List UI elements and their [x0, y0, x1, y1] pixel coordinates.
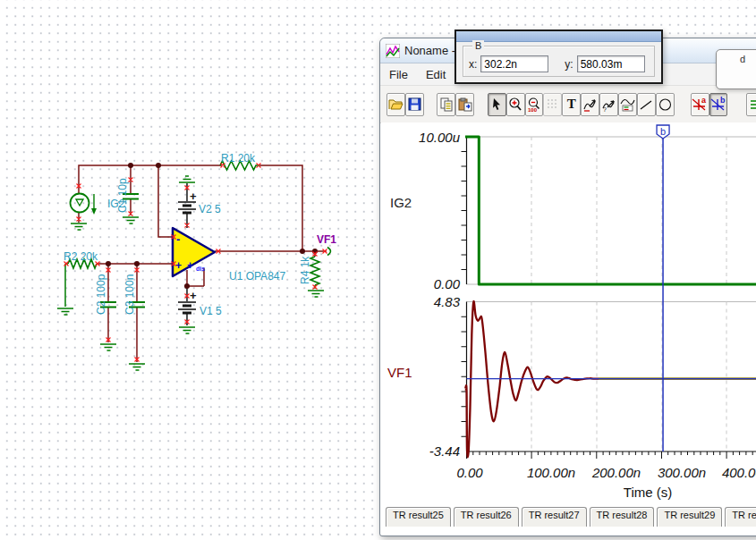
zoom-in-icon — [508, 97, 522, 112]
label-c2: C2 100p — [95, 274, 107, 315]
cursor-x-input[interactable] — [480, 55, 548, 72]
label-r4: R4 1k — [299, 256, 311, 284]
current-source[interactable] — [71, 194, 98, 215]
waveform-plot: b 10.00u 0.00 4.83 -3.44 0.00 100.00n 20… — [381, 122, 756, 507]
label-c3: C3 100n — [123, 274, 136, 315]
grid-icon — [547, 98, 559, 111]
trace-cursor2-button[interactable]: ? — [599, 93, 618, 116]
fragment-text: d — [740, 54, 745, 64]
tina-diagram-window: Noname - T File Edit View — [379, 38, 756, 536]
zoom-100-button[interactable]: 100 — [525, 93, 544, 116]
opamp-dis-label: dis — [196, 266, 205, 272]
cursor-b-flag-label: b — [660, 126, 666, 137]
v2-plus-sign: + — [190, 190, 197, 203]
menu-edit[interactable]: Edit — [417, 65, 454, 84]
popup-body: B x: y: — [456, 42, 661, 80]
curve-legend-icon — [620, 97, 635, 112]
folder-open-icon — [388, 97, 403, 111]
zoom-100-label: 100 — [528, 106, 538, 112]
partial-toolbar-button[interactable] — [746, 93, 756, 116]
battery-v1[interactable] — [178, 302, 196, 313]
partial-window-fragment: d — [716, 49, 756, 89]
cursor-b-glyph: b — [720, 97, 726, 105]
tab-tr-result30[interactable]: TR result30 — [725, 507, 756, 527]
tab-tr-result26[interactable]: TR result26 — [454, 507, 519, 527]
opamp-plus2-label: + — [187, 259, 193, 272]
top-ymax-label: 10.00u — [419, 130, 461, 145]
resistor-r4[interactable] — [310, 257, 319, 285]
curve-arrow-icon — [582, 97, 598, 112]
cursor-a-icon: a — [692, 97, 708, 112]
cursor-b-popup[interactable]: B x: y: — [454, 30, 663, 84]
bottom-trace-label: VF1 — [387, 365, 412, 380]
cursor-b-button[interactable]: b — [709, 93, 728, 116]
desktop: - + + dis R1 20k R2 20k IG2 V2 5 V1 5 U1… — [0, 0, 756, 540]
paste-icon — [458, 97, 472, 112]
axes — [467, 137, 756, 451]
popup-y-label: y: — [565, 58, 573, 71]
label-vf1: VF1 — [317, 233, 336, 246]
label-v1: V1 5 — [200, 305, 222, 317]
legend-tool-button[interactable] — [618, 93, 637, 116]
paste-button[interactable] — [455, 93, 474, 116]
vf1-output-pin[interactable] — [327, 248, 331, 256]
floppy-icon — [408, 97, 421, 111]
result-tabs: TR result25 TR result26 TR result27 TR r… — [381, 507, 756, 528]
copy-icon — [439, 97, 454, 112]
line-icon — [639, 97, 653, 112]
gridlines-dashed — [531, 137, 726, 451]
opamp-plus-label: + — [175, 259, 182, 272]
line-tool-button[interactable] — [637, 93, 656, 116]
bottom-ymin-label: -3.44 — [429, 443, 460, 459]
cursor-b-icon: b — [710, 97, 726, 112]
trace-cursor-button[interactable] — [581, 93, 599, 116]
question-glyph: ? — [603, 105, 607, 112]
open-button[interactable] — [386, 93, 405, 116]
axis-ticks — [462, 152, 756, 460]
xtick-200n: 200.00n — [591, 465, 641, 480]
xtick-100n: 100.00n — [527, 465, 575, 480]
top-ymin-label: 0.00 — [434, 276, 461, 291]
popup-groupbox-b: B x: y: — [463, 46, 655, 77]
tab-tr-result28[interactable]: TR result28 — [590, 507, 655, 527]
tab-tr-result25[interactable]: TR result25 — [386, 507, 451, 527]
gridlines-solid — [467, 137, 756, 302]
save-button[interactable] — [405, 93, 424, 116]
label-u1: U1 OPA847 — [229, 270, 285, 283]
app-icon — [386, 44, 400, 58]
menu-file[interactable]: File — [380, 65, 417, 84]
text-tool-button[interactable]: T — [562, 93, 581, 116]
text-tool-glyph: T — [567, 97, 576, 112]
xtick-0: 0.00 — [456, 465, 483, 480]
bottom-ymax-label: 4.83 — [434, 294, 461, 309]
label-r1: R1 20k — [221, 152, 256, 165]
xtick-400n: 400.00n — [722, 465, 756, 480]
label-c1: C1 10p — [116, 178, 129, 213]
toolbar: 100 T — [380, 86, 756, 123]
ellipse-icon — [658, 97, 673, 112]
grid-toggle-button[interactable] — [543, 93, 562, 116]
circuit-schematic: - + + dis R1 20k R2 20k IG2 V2 5 V1 5 U1… — [49, 141, 362, 387]
x-axis-title: Time (s) — [624, 485, 672, 500]
popup-titlebar[interactable] — [456, 31, 661, 42]
opamp-minus-label: - — [176, 232, 180, 246]
pointer-tool-button[interactable] — [488, 93, 506, 116]
popup-x-label: x: — [469, 58, 477, 71]
v1-plus-sign: + — [190, 289, 197, 302]
zoom-out-100-icon: 100 — [527, 97, 541, 112]
tab-tr-result27[interactable]: TR result27 — [522, 507, 587, 527]
pointer-icon — [490, 97, 503, 112]
cursor-b[interactable]: b — [467, 125, 756, 451]
cursor-a-glyph: a — [701, 97, 707, 105]
opamp-u1[interactable]: - + + dis — [173, 228, 215, 276]
tab-tr-result29[interactable]: TR result29 — [657, 507, 722, 527]
copy-button[interactable] — [437, 93, 455, 116]
zoom-in-button[interactable] — [506, 93, 525, 116]
popup-group-label: B — [472, 40, 484, 51]
cursor-y-input[interactable] — [577, 55, 645, 72]
label-r2: R2 20k — [64, 250, 98, 263]
battery-v2[interactable] — [178, 202, 196, 213]
trace-ig2 — [465, 137, 756, 284]
ellipse-tool-button[interactable] — [656, 93, 675, 116]
cursor-a-button[interactable]: a — [691, 93, 709, 116]
